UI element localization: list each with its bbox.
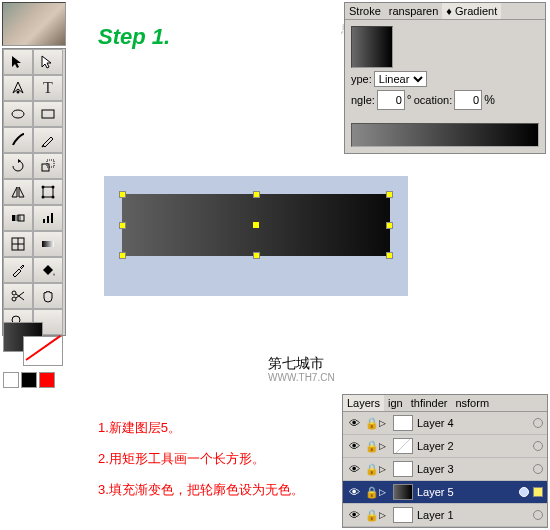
selection-tool[interactable]	[3, 49, 33, 75]
layer-row[interactable]: 👁🔒▷Layer 1	[343, 504, 547, 527]
svg-point-21	[12, 291, 16, 295]
gradient-ramp[interactable]	[351, 123, 539, 147]
svg-point-7	[52, 186, 55, 189]
svg-point-1	[12, 110, 24, 118]
gradient-preview	[351, 26, 393, 68]
step-heading: Step 1.	[98, 24, 170, 50]
eyedropper-tool[interactable]	[3, 257, 33, 283]
document-thumbnail	[2, 2, 66, 46]
type-tool[interactable]: T	[33, 75, 63, 101]
type-label: ype:	[351, 73, 372, 85]
location-label: ocation:	[414, 94, 453, 106]
hand-tool[interactable]	[33, 283, 63, 309]
handle-bot-left[interactable]	[119, 252, 126, 259]
layer-row[interactable]: 👁🔒▷Layer 3	[343, 458, 547, 481]
tab-transparency[interactable]: ransparen	[385, 3, 443, 19]
handle-bot-mid[interactable]	[253, 252, 260, 259]
layer-row[interactable]: 👁🔒▷Layer 4	[343, 412, 547, 435]
svg-point-8	[42, 196, 45, 199]
blend-tool[interactable]	[3, 205, 33, 231]
angle-input[interactable]	[377, 90, 405, 110]
layers-tabs[interactable]: Layers ign thfinder nsform	[343, 395, 547, 412]
svg-point-6	[42, 186, 45, 189]
svg-rect-14	[47, 216, 49, 223]
tab-layers[interactable]: Layers	[343, 395, 384, 411]
visibility-icon[interactable]: 👁	[347, 486, 361, 498]
instruction-1: 1.新建图层5。	[98, 412, 304, 443]
handle-top-left[interactable]	[119, 191, 126, 198]
pencil-tool[interactable]	[33, 127, 63, 153]
toolbox: T	[2, 48, 66, 336]
tab-align[interactable]: ign	[384, 395, 407, 411]
rotate-tool[interactable]	[3, 153, 33, 179]
rectangle-tool[interactable]	[33, 101, 63, 127]
gradient-rectangle[interactable]	[122, 194, 390, 256]
instruction-3: 3.填充渐变色，把轮廓色设为无色。	[98, 474, 304, 505]
overlay-site-label: 第七城市	[268, 355, 324, 373]
tab-stroke[interactable]: Stroke	[345, 3, 385, 19]
svg-rect-5	[43, 187, 53, 197]
visibility-icon[interactable]: 👁	[347, 463, 361, 475]
graph-tool[interactable]	[33, 205, 63, 231]
visibility-icon[interactable]: 👁	[347, 440, 361, 452]
tab-pathfinder[interactable]: thfinder	[407, 395, 452, 411]
visibility-icon[interactable]: 👁	[347, 417, 361, 429]
angle-label: ngle:	[351, 94, 375, 106]
layer-row-selected[interactable]: 👁🔒▷Layer 5	[343, 481, 547, 504]
scale-tool[interactable]	[33, 153, 63, 179]
center-point[interactable]	[253, 222, 259, 228]
svg-point-20	[12, 297, 16, 301]
location-input[interactable]	[454, 90, 482, 110]
paint-bucket-tool[interactable]	[33, 257, 63, 283]
tab-transform[interactable]: nsform	[451, 395, 493, 411]
direct-select-tool[interactable]	[33, 49, 63, 75]
paintbrush-tool[interactable]	[3, 127, 33, 153]
credit-label: WWW.TH7.CN	[268, 372, 335, 383]
handle-top-mid[interactable]	[253, 191, 260, 198]
angle-unit: °	[407, 93, 412, 107]
gradient-tool[interactable]	[33, 231, 63, 257]
reflect-tool[interactable]	[3, 179, 33, 205]
handle-bot-right[interactable]	[386, 252, 393, 259]
ellipse-tool[interactable]	[3, 101, 33, 127]
location-unit: %	[484, 93, 495, 107]
instruction-2: 2.用矩形工具画一个长方形。	[98, 443, 304, 474]
layer-row[interactable]: 👁🔒▷Layer 2	[343, 435, 547, 458]
svg-rect-2	[42, 110, 54, 118]
gradient-type-select[interactable]: Linear	[374, 71, 427, 87]
instructions: 1.新建图层5。 2.用矩形工具画一个长方形。 3.填充渐变色，把轮廓色设为无色…	[98, 412, 304, 506]
free-transform-tool[interactable]	[33, 179, 63, 205]
svg-point-9	[52, 196, 55, 199]
gradient-panel[interactable]: Stroke ransparen ♦ Gradient ype: Linear …	[344, 2, 546, 154]
scissors-tool[interactable]	[3, 283, 33, 309]
mini-swatches[interactable]	[3, 372, 55, 388]
stroke-swatch-none[interactable]	[23, 336, 63, 366]
svg-rect-13	[43, 219, 45, 223]
artboard[interactable]	[104, 176, 408, 296]
pen-tool[interactable]	[3, 75, 33, 101]
handle-mid-right[interactable]	[386, 222, 393, 229]
mesh-tool[interactable]	[3, 231, 33, 257]
gradient-panel-tabs[interactable]: Stroke ransparen ♦ Gradient	[345, 3, 545, 20]
layers-panel[interactable]: Layers ign thfinder nsform 👁🔒▷Layer 4 👁🔒…	[342, 394, 548, 528]
tab-gradient[interactable]: ♦ Gradient	[442, 3, 501, 19]
svg-rect-15	[51, 213, 53, 223]
svg-rect-19	[42, 241, 54, 247]
handle-mid-left[interactable]	[119, 222, 126, 229]
visibility-icon[interactable]: 👁	[347, 509, 361, 521]
handle-top-right[interactable]	[386, 191, 393, 198]
layers-list: 👁🔒▷Layer 4 👁🔒▷Layer 2 👁🔒▷Layer 3 👁🔒▷Laye…	[343, 412, 547, 527]
svg-point-0	[17, 91, 20, 94]
